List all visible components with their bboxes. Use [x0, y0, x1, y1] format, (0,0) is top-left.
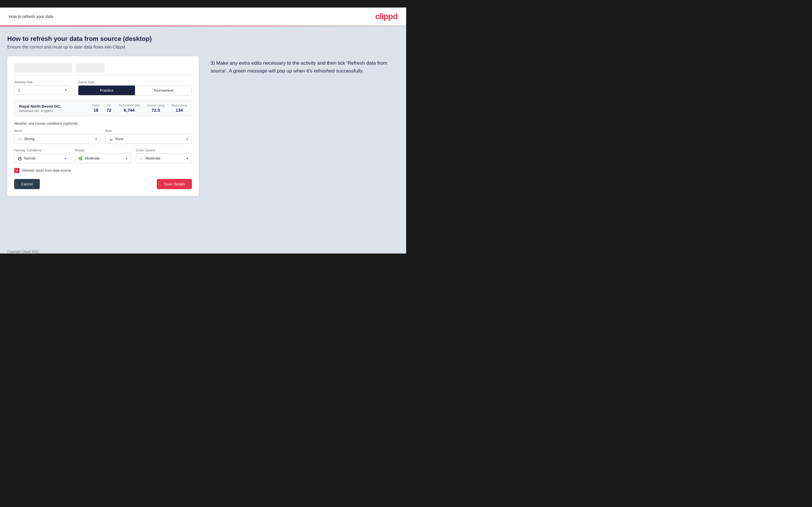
rain-label: Rain	[105, 129, 192, 132]
wind-rain-row: Wind 🌬 Strong ▼ Rain ☁ None ▼	[14, 129, 192, 144]
par-label: Par	[107, 104, 111, 107]
sidebar-description: 3) Make any extra edits necessary to the…	[210, 59, 399, 75]
content-row: Starting Hole 1 ▼ Game Type Practice Tou…	[7, 56, 399, 196]
rain-value: None	[115, 137, 184, 141]
starting-hole-chevron: ▼	[64, 89, 67, 92]
fairway-group: Fairway Conditions ⚽ Normal ▼	[14, 149, 70, 163]
holes-value: 18	[94, 108, 98, 113]
green-speed-group: Green Speed ○ Moderate ▼	[136, 149, 192, 163]
wind-chevron: ▼	[95, 137, 98, 141]
conditions-heading: Weather and course conditions (optional)	[14, 121, 192, 126]
holes-label: Holes	[92, 104, 100, 107]
green-speed-chevron: ▼	[186, 157, 189, 160]
starting-hole-game-type-row: Starting Hole 1 ▼ Game Type Practice Tou…	[14, 80, 192, 96]
form-card: Starting Hole 1 ▼ Game Type Practice Tou…	[7, 56, 199, 196]
sidebar-text: 3) Make any extra edits necessary to the…	[210, 56, 399, 75]
refresh-checkbox[interactable]: ✓	[14, 168, 19, 173]
slope-rating-stat: Slope rating 134	[171, 104, 187, 113]
wind-group: Wind 🌬 Strong ▼	[14, 129, 101, 144]
rough-label: Rough	[75, 149, 131, 152]
slope-rating-value: 134	[175, 108, 183, 113]
tournament-button[interactable]: Tournament	[135, 86, 192, 95]
course-location: Westward Ho!, England	[19, 109, 85, 113]
game-type-group: Game Type Practice Tournament	[78, 80, 192, 96]
fairway-dropdown[interactable]: ⚽ Normal ▼	[14, 154, 70, 163]
rough-value: Moderate	[85, 156, 123, 160]
course-row: Royal North Devon GC, Westward Ho!, Engl…	[14, 100, 192, 116]
footer: Copyright Clippd 2022	[0, 246, 406, 253]
starting-hole-select[interactable]: 1 ▼	[14, 85, 71, 95]
copyright: Copyright Clippd 2022	[7, 250, 39, 253]
form-top-tabs	[14, 63, 192, 75]
par-stat: Par 72	[107, 104, 111, 113]
yards-label: Yards/White (M))	[118, 104, 140, 107]
slope-rating-label: Slope rating	[171, 104, 187, 107]
checkbox-checkmark: ✓	[15, 169, 18, 173]
course-info: Royal North Devon GC, Westward Ho!, Engl…	[19, 104, 85, 113]
wind-label: Wind	[14, 129, 101, 132]
page-subheading: Ensure the correct and most up to date d…	[7, 44, 399, 49]
fairway-label: Fairway Conditions	[14, 149, 70, 152]
header: How to refresh your data clippd	[0, 7, 406, 26]
green-speed-label: Green Speed	[136, 149, 192, 152]
rough-group: Rough 🌿 Moderate ▼	[75, 149, 131, 163]
starting-hole-group: Starting Hole 1 ▼	[14, 80, 71, 96]
practice-button[interactable]: Practice	[79, 86, 135, 95]
wind-icon: 🌬	[17, 136, 22, 141]
game-type-buttons: Practice Tournament	[78, 85, 192, 96]
par-value: 72	[107, 108, 111, 113]
starting-hole-label: Starting Hole	[14, 80, 71, 84]
rough-dropdown[interactable]: 🌿 Moderate ▼	[75, 154, 131, 163]
course-name: Royal North Devon GC,	[19, 104, 85, 109]
logo: clippd	[375, 12, 397, 21]
refresh-checkbox-label: Refresh shots from data source	[22, 169, 71, 173]
green-speed-icon: ○	[139, 156, 144, 161]
save-button[interactable]: Save Details	[157, 179, 192, 189]
main-content: How to refresh your data from source (de…	[0, 26, 406, 246]
rain-chevron: ▼	[186, 137, 189, 141]
holes-stat: Holes 18	[92, 104, 100, 113]
rough-icon: 🌿	[78, 156, 83, 161]
game-type-label: Game Type	[78, 80, 192, 84]
course-rating-value: 72.5	[152, 108, 160, 113]
fairway-rough-green-row: Fairway Conditions ⚽ Normal ▼ Rough 🌿 Mo…	[14, 149, 192, 163]
page-heading: How to refresh your data from source (de…	[7, 35, 399, 43]
button-row: Cancel Save Details	[14, 179, 192, 189]
rain-dropdown[interactable]: ☁ None ▼	[105, 134, 192, 144]
tab-stub-2	[76, 63, 105, 72]
rain-group: Rain ☁ None ▼	[105, 129, 192, 144]
fairway-chevron: ▼	[64, 157, 67, 160]
course-stats: Holes 18 Par 72 Yards/White (M)) 6,744 C…	[92, 104, 187, 113]
green-speed-dropdown[interactable]: ○ Moderate ▼	[136, 154, 192, 163]
rough-chevron: ▼	[125, 157, 128, 160]
yards-value: 6,744	[124, 108, 135, 113]
rain-icon: ☁	[109, 136, 113, 141]
top-bar	[0, 0, 406, 7]
fairway-value: Normal	[24, 156, 62, 160]
header-title: How to refresh your data	[9, 14, 53, 19]
wind-dropdown[interactable]: 🌬 Strong ▼	[14, 134, 101, 144]
cancel-button[interactable]: Cancel	[14, 179, 40, 189]
tab-stub-1	[14, 63, 72, 72]
refresh-checkbox-row: ✓ Refresh shots from data source	[14, 168, 192, 173]
green-speed-value: Moderate	[146, 156, 184, 160]
course-rating-label: Course rating	[147, 104, 165, 107]
course-rating-stat: Course rating 72.5	[147, 104, 165, 113]
yards-stat: Yards/White (M)) 6,744	[118, 104, 140, 113]
wind-value: Strong	[24, 137, 93, 141]
starting-hole-value: 1	[18, 88, 20, 92]
fairway-icon: ⚽	[17, 156, 22, 161]
